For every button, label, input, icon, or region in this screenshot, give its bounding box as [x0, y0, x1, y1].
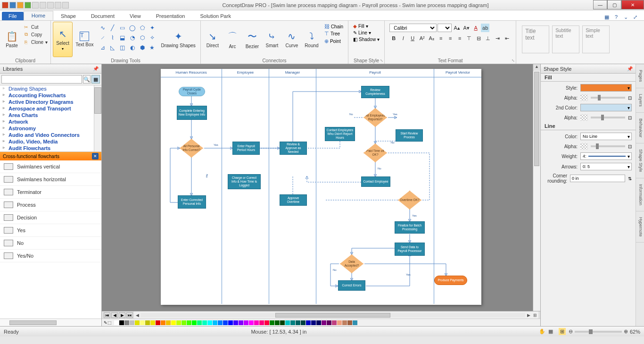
color-swatch[interactable]: [223, 320, 228, 325]
clone-button[interactable]: ⎘Clone ▾: [23, 39, 48, 45]
color-swatch[interactable]: [176, 320, 181, 325]
color-swatch[interactable]: [213, 320, 217, 325]
lib-item[interactable]: Audio, Video, Media: [0, 138, 101, 145]
curve-button[interactable]: ∿Curve: [282, 22, 302, 57]
color-swatch[interactable]: [239, 320, 243, 325]
chain-button[interactable]: ⛓Chain: [324, 24, 343, 29]
tool-icon[interactable]: ⌇: [108, 34, 117, 42]
maximize-button[interactable]: ▢: [607, 0, 621, 9]
color-swatch[interactable]: [124, 320, 129, 325]
grid-icon[interactable]: ▦: [548, 328, 553, 335]
tool-icon[interactable]: ⬡: [138, 34, 147, 42]
node-process[interactable]: Review & Approve as Needed: [280, 142, 307, 155]
alpha-slider[interactable]: [591, 145, 625, 147]
tab-presentation[interactable]: Presentation: [149, 12, 193, 20]
lib-item[interactable]: Area Charts: [0, 112, 101, 118]
grow-font-button[interactable]: A▴: [453, 24, 461, 32]
shape-item[interactable]: Yes/No: [0, 250, 101, 262]
tool-icon[interactable]: ∿: [99, 24, 107, 32]
node-process[interactable]: Start Review Process: [396, 129, 423, 142]
underline-button[interactable]: U: [408, 34, 417, 42]
color-swatch[interactable]: [114, 320, 119, 325]
shrink-font-button[interactable]: A▾: [462, 24, 471, 32]
alpha-slider[interactable]: [591, 117, 625, 118]
alpha-reset[interactable]: ⊡: [628, 144, 632, 149]
smart-button[interactable]: ⤷Smart: [262, 22, 282, 57]
hscroll-left[interactable]: ◀: [134, 313, 140, 318]
color-swatch[interactable]: [130, 320, 134, 325]
node-process[interactable]: Finalize for Batch Processing: [395, 221, 425, 234]
qa-icon[interactable]: [47, 2, 54, 8]
lib-item[interactable]: Artwork: [0, 118, 101, 125]
tool-icon[interactable]: ◫: [118, 43, 127, 52]
view-toggle[interactable]: ▦: [91, 75, 100, 84]
style-title[interactable]: Title text: [522, 25, 549, 53]
tree-button[interactable]: ⊤Tree: [324, 31, 343, 37]
lib-item[interactable]: Active Directory Diagrams: [0, 99, 101, 105]
canvas[interactable]: Human Resources Employee Manager Payroll…: [102, 64, 540, 311]
color-swatch[interactable]: [327, 320, 331, 325]
alpha-reset[interactable]: ⊡: [628, 95, 632, 101]
color-swatch[interactable]: [140, 320, 145, 325]
color-swatch[interactable]: [332, 320, 337, 325]
color-swatch[interactable]: [150, 320, 155, 325]
tool-icon[interactable]: ◔: [128, 34, 137, 42]
color-swatch[interactable]: [192, 320, 197, 325]
align-bot-button[interactable]: ⊥: [484, 34, 492, 42]
close-icon[interactable]: ✕: [92, 153, 99, 159]
qa-icon[interactable]: [32, 2, 39, 8]
tool-icon[interactable]: ▭: [118, 24, 127, 32]
color-swatch[interactable]: [187, 320, 191, 325]
search-button[interactable]: 🔍: [83, 75, 91, 84]
italic-button[interactable]: I: [399, 34, 407, 42]
cut-button[interactable]: ✂Cut: [23, 24, 48, 30]
node-process[interactable]: Enter Payroll Period Hours: [232, 142, 260, 155]
color-swatch[interactable]: [301, 320, 305, 325]
page-next[interactable]: ▶: [119, 312, 125, 318]
direct-button[interactable]: ↘Direct: [203, 22, 223, 57]
color-swatch[interactable]: [280, 320, 285, 325]
vscrollbar[interactable]: ▲: [533, 64, 540, 311]
file-tab[interactable]: File: [2, 12, 24, 20]
textbox-button[interactable]: T Text Box: [73, 22, 96, 57]
tool-icon[interactable]: ⬓: [118, 34, 127, 42]
style-simple[interactable]: Simple text: [582, 25, 610, 53]
color-swatch[interactable]: [182, 320, 186, 325]
qa-icon[interactable]: [40, 2, 46, 8]
zoom-slider[interactable]: [575, 331, 622, 333]
panel-icon[interactable]: ▦: [603, 14, 610, 20]
node-process[interactable]: Complete Entering New Employee Info: [177, 106, 207, 120]
bold-button[interactable]: B: [389, 34, 398, 42]
node-process[interactable]: Review Completeness: [361, 86, 389, 98]
color-swatch[interactable]: [156, 320, 160, 325]
qa-icon[interactable]: [62, 2, 69, 8]
tool-icon[interactable]: ⬠: [138, 24, 147, 32]
size-select[interactable]: 10: [438, 24, 452, 32]
paste-button[interactable]: 📋 Paste: [2, 22, 22, 57]
subscript-button[interactable]: A₂: [427, 34, 436, 42]
color-swatch[interactable]: [311, 320, 316, 325]
close-button[interactable]: ✕: [621, 0, 644, 9]
color-swatch[interactable]: [249, 320, 254, 325]
tool-icon[interactable]: ⬢: [138, 43, 147, 52]
bezier-button[interactable]: 〜Bezier: [242, 22, 262, 57]
shape-item[interactable]: Terminator: [0, 186, 101, 199]
color-swatch[interactable]: [135, 320, 140, 325]
font-select[interactable]: Calibri: [389, 24, 437, 32]
shape-item[interactable]: Swimlanes horizontal: [0, 173, 101, 186]
point-button[interactable]: ⊕Point: [324, 38, 343, 44]
alpha-slider[interactable]: [591, 97, 625, 99]
node-process[interactable]: Charge or Correct Info & How Time is Log…: [228, 174, 261, 189]
select-button[interactable]: ↖ Select ▾: [53, 22, 73, 57]
color2-select[interactable]: ▾: [580, 104, 632, 111]
qa-icon[interactable]: [17, 2, 24, 8]
expand-icon[interactable]: ⤢: [632, 14, 638, 20]
tab-solution-park[interactable]: Solution Park: [192, 12, 238, 20]
node-process[interactable]: Correct Errors: [338, 280, 365, 291]
align-mid-button[interactable]: ⊟: [474, 34, 483, 42]
color-swatch[interactable]: [353, 320, 357, 325]
node-process[interactable]: Approve Overtime: [280, 194, 307, 206]
color-swatch[interactable]: [145, 320, 150, 325]
split-icon[interactable]: ⊞: [532, 313, 538, 318]
style-subtitle[interactable]: Subtitle text: [552, 25, 579, 53]
